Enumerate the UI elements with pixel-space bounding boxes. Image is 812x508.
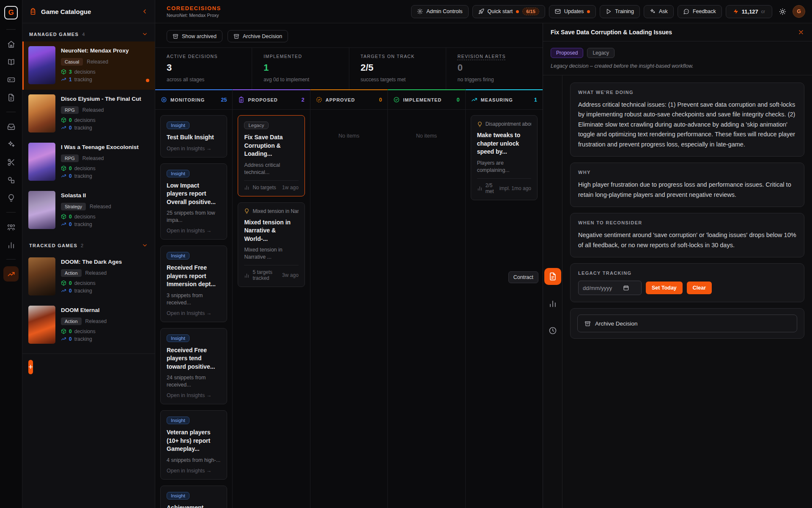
clear-button[interactable]: Clear: [687, 282, 712, 294]
decisions-label: decisions: [74, 117, 96, 123]
insight-card[interactable]: InsightAchievement spikes in feedback ab…: [160, 486, 227, 508]
detail-panel: Fix Save Data Corruption & Loading Issue…: [543, 23, 812, 508]
rail-lightbulb-icon-button[interactable]: [3, 190, 19, 205]
decisions-label: decisions: [74, 69, 96, 75]
collapse-sidebar-icon[interactable]: [141, 8, 148, 15]
tracking-label: tracking: [74, 336, 92, 342]
open-in-insights-link[interactable]: Open in Insights →: [167, 310, 221, 316]
open-in-insights-link[interactable]: Open in Insights →: [167, 228, 221, 234]
targets-status: 2/5 met: [486, 182, 497, 194]
insight-reference: Mixed tension in Narrat...: [244, 208, 298, 214]
rail-file-icon-button[interactable]: [3, 90, 19, 105]
button-label: Training: [615, 8, 634, 14]
rail-bar-chart-icon-button[interactable]: [3, 237, 19, 252]
notification-dot: [516, 10, 519, 13]
game-title: Solasta II: [61, 192, 111, 199]
admin-controls-button[interactable]: Admin Controls: [411, 5, 468, 18]
game-item[interactable]: Solasta IIStrategyReleased0decisions0tra…: [22, 186, 155, 235]
show-archived-button[interactable]: Show archived: [167, 30, 222, 42]
insight-card[interactable]: InsightReceived Free players tend toward…: [160, 328, 227, 405]
decision-card[interactable]: Mixed tension in Narrat...Mixed tension …: [238, 202, 304, 287]
release-status: Released: [87, 59, 108, 65]
rail-inbox-icon-button[interactable]: [3, 119, 19, 134]
game-item[interactable]: DOOM EternalActionReleased0decisions0tra…: [22, 301, 155, 349]
panel-archive-decision-button[interactable]: Archive Decision: [577, 315, 797, 332]
targets-status: No targets: [252, 185, 276, 190]
mail-icon: [555, 8, 561, 14]
quickstart-progress-badge: 6/15: [522, 8, 539, 15]
feedback-button[interactable]: Feedback: [678, 5, 722, 18]
game-cover: [28, 191, 55, 229]
insight-card[interactable]: InsightLow Impact players report Overall…: [160, 163, 227, 240]
theme-toggle-button[interactable]: [776, 5, 789, 18]
column-label: IMPLEMENTED: [403, 97, 442, 102]
ask-button[interactable]: Ask: [644, 5, 674, 18]
empty-column-label: No items: [315, 115, 382, 139]
panel-tab-bar-chart[interactable]: [544, 295, 561, 312]
rail-users-icon-button[interactable]: [3, 219, 19, 235]
close-icon[interactable]: [798, 29, 804, 36]
date-input[interactable]: dd/mm/yyyy: [578, 281, 642, 295]
sidebar-header: Game Catalogue: [22, 0, 155, 23]
game-cover: [28, 94, 55, 133]
rail-shapes-icon-button[interactable]: [3, 172, 19, 188]
game-info: DOOM EternalActionReleased0decisions0tra…: [61, 306, 107, 344]
column-cards: No items: [388, 110, 465, 508]
bar-chart-icon: [7, 241, 15, 249]
open-in-insights-link[interactable]: Open in Insights →: [167, 392, 221, 398]
add-game-button[interactable]: +: [28, 360, 33, 374]
game-item[interactable]: DOOM: The Dark AgesActionReleased0decisi…: [22, 253, 155, 301]
rail-trend-up-icon-button[interactable]: [3, 266, 19, 282]
stat-subtext: avg 0d to implement: [263, 77, 348, 83]
column-cards: InsightTest Bulk InsightOpen in Insights…: [155, 110, 232, 508]
rail-gamepad-icon-button[interactable]: [3, 72, 19, 87]
decision-card[interactable]: Disappointment about ...Make tweaks to c…: [471, 115, 538, 200]
section-header[interactable]: TRACKED GAMES2: [22, 235, 155, 253]
sidebar-title: Game Catalogue: [41, 8, 91, 15]
package-icon: [61, 214, 66, 219]
release-status: Released: [85, 318, 107, 324]
clock-icon: [549, 326, 557, 335]
quick-start-button[interactable]: Quick start6/15: [472, 5, 545, 18]
avatar[interactable]: G: [793, 5, 805, 18]
game-cover: [28, 257, 55, 295]
rail-scissors-icon-button[interactable]: [3, 155, 19, 170]
set-today-button[interactable]: Set Today: [646, 282, 683, 294]
section-header[interactable]: MANAGED GAMES4: [22, 23, 155, 41]
package-icon: [61, 329, 66, 334]
game-item[interactable]: Disco Elysium - The Final CutRPGReleased…: [22, 90, 155, 138]
open-in-insights-link[interactable]: Open in Insights →: [167, 146, 221, 152]
updates-button[interactable]: Updates: [549, 5, 596, 18]
column-label: PROPOSED: [248, 97, 277, 102]
panel-section: WHEN TO RECONSIDERNegative sentiment aro…: [570, 213, 804, 257]
inbox-icon: [7, 123, 15, 131]
rail-divider: [6, 29, 16, 30]
rail-book-icon-button[interactable]: [3, 54, 19, 69]
insight-card[interactable]: InsightVeteran players (10+ hrs) report …: [160, 410, 227, 480]
trend-up-icon: [61, 336, 66, 342]
panel-tab-file[interactable]: [544, 268, 561, 285]
card-title: Received Free players tend toward positi…: [167, 346, 221, 371]
clipboard-icon: [238, 97, 244, 103]
credits-button[interactable]: 11,127 cr: [726, 5, 772, 18]
archive-decision-button[interactable]: Archive Decision: [228, 30, 288, 42]
card-badge: Insight: [167, 492, 189, 500]
card-badge: Insight: [167, 417, 189, 424]
rail-sparkles-icon-button[interactable]: [3, 137, 19, 152]
insight-card[interactable]: InsightReceived Free players report Imme…: [160, 246, 227, 322]
panel-tab-clock[interactable]: [544, 322, 561, 339]
stat-card: TARGETS ON TRACK2/5success targets met: [349, 48, 446, 89]
column-label: APPROVED: [326, 97, 355, 102]
game-item[interactable]: I Was a Teenage ExocolonistRPGReleased0d…: [22, 138, 155, 186]
lightbulb-icon: [477, 121, 483, 127]
decisions-label: decisions: [74, 214, 96, 220]
insight-card[interactable]: InsightTest Bulk InsightOpen in Insights…: [160, 115, 227, 157]
game-info: Disco Elysium - The Final CutRPGReleased…: [61, 94, 141, 133]
training-button[interactable]: Training: [600, 5, 640, 18]
archive-box-icon: [584, 320, 591, 327]
app-logo-icon[interactable]: G: [4, 6, 18, 19]
game-item[interactable]: NeuroNet: Mendax ProxyCasualReleased3dec…: [22, 41, 155, 90]
decision-card[interactable]: LegacyFix Save Data Corruption & Loading…: [238, 115, 304, 196]
open-in-insights-link[interactable]: Open in Insights →: [167, 468, 221, 474]
rail-home-icon-button[interactable]: [3, 36, 19, 52]
